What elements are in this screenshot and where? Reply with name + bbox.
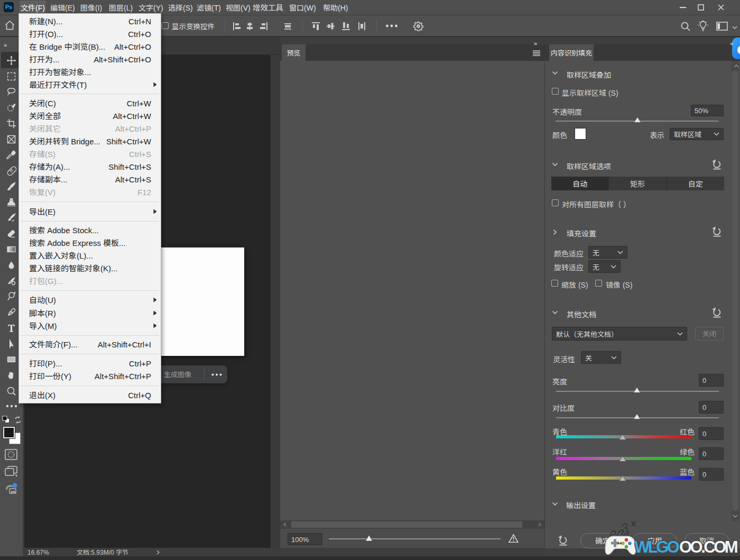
svg-text:OO.COM: OO.COM <box>679 538 737 556</box>
svg-text:WLGO: WLGO <box>634 538 679 556</box>
